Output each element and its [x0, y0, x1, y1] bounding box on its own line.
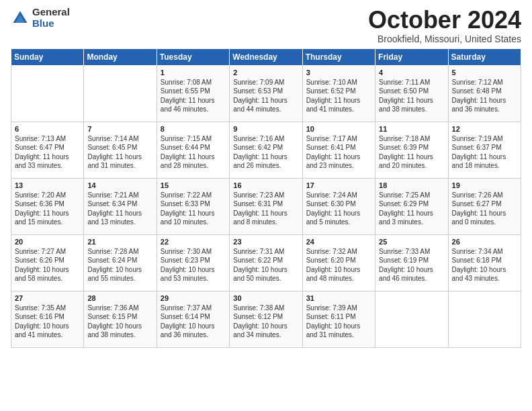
- calendar-page: General Blue October 2024 Brookfield, Mi…: [0, 0, 532, 411]
- calendar-cell: 26Sunrise: 7:34 AMSunset: 6:18 PMDayligh…: [448, 234, 521, 291]
- calendar-cell: 13Sunrise: 7:20 AMSunset: 6:36 PMDayligh…: [11, 178, 84, 234]
- day-info: Sunrise: 7:28 AMSunset: 6:24 PMDaylight:…: [87, 247, 152, 283]
- logo-general: General: [32, 7, 70, 18]
- calendar-week-row: 13Sunrise: 7:20 AMSunset: 6:36 PMDayligh…: [11, 178, 521, 234]
- calendar-cell: 5Sunrise: 7:12 AMSunset: 6:48 PMDaylight…: [448, 65, 521, 122]
- calendar-cell: 29Sunrise: 7:37 AMSunset: 6:14 PMDayligh…: [157, 291, 229, 347]
- calendar-cell: [448, 291, 521, 347]
- header: General Blue October 2024 Brookfield, Mi…: [11, 7, 521, 44]
- day-number: 6: [15, 125, 80, 133]
- calendar-cell: 17Sunrise: 7:24 AMSunset: 6:30 PMDayligh…: [302, 178, 375, 234]
- day-number: 10: [306, 125, 371, 133]
- day-number: 2: [233, 68, 298, 77]
- day-info: Sunrise: 7:38 AMSunset: 6:12 PMDaylight:…: [233, 304, 298, 340]
- day-info: Sunrise: 7:35 AMSunset: 6:16 PMDaylight:…: [15, 304, 80, 340]
- calendar-body: 1Sunrise: 7:08 AMSunset: 6:55 PMDaylight…: [11, 65, 521, 347]
- logo-blue: Blue: [32, 18, 70, 30]
- day-number: 31: [306, 294, 371, 302]
- day-info: Sunrise: 7:37 AMSunset: 6:14 PMDaylight:…: [161, 304, 226, 340]
- day-number: 27: [15, 294, 80, 302]
- day-of-week-header: Wednesday: [230, 48, 302, 65]
- day-number: 4: [379, 68, 444, 77]
- day-number: 5: [452, 68, 517, 77]
- day-info: Sunrise: 7:25 AMSunset: 6:29 PMDaylight:…: [379, 191, 444, 227]
- day-of-week-header: Saturday: [448, 48, 521, 65]
- calendar-week-row: 27Sunrise: 7:35 AMSunset: 6:16 PMDayligh…: [11, 291, 521, 347]
- day-number: 3: [306, 68, 371, 77]
- calendar-cell: 16Sunrise: 7:23 AMSunset: 6:31 PMDayligh…: [230, 178, 302, 234]
- calendar-cell: 31Sunrise: 7:39 AMSunset: 6:11 PMDayligh…: [302, 291, 375, 347]
- day-number: 29: [161, 294, 226, 302]
- day-info: Sunrise: 7:08 AMSunset: 6:55 PMDaylight:…: [161, 78, 226, 114]
- calendar-cell: 6Sunrise: 7:13 AMSunset: 6:47 PMDaylight…: [11, 122, 84, 178]
- day-info: Sunrise: 7:33 AMSunset: 6:19 PMDaylight:…: [379, 247, 444, 283]
- day-info: Sunrise: 7:22 AMSunset: 6:33 PMDaylight:…: [161, 191, 226, 227]
- day-of-week-header: Sunday: [11, 48, 84, 65]
- day-info: Sunrise: 7:12 AMSunset: 6:48 PMDaylight:…: [452, 78, 517, 114]
- calendar-cell: 30Sunrise: 7:38 AMSunset: 6:12 PMDayligh…: [230, 291, 302, 347]
- day-info: Sunrise: 7:24 AMSunset: 6:30 PMDaylight:…: [306, 191, 371, 227]
- day-number: 26: [452, 238, 517, 246]
- day-info: Sunrise: 7:20 AMSunset: 6:36 PMDaylight:…: [15, 191, 80, 227]
- day-info: Sunrise: 7:14 AMSunset: 6:45 PMDaylight:…: [87, 134, 152, 171]
- calendar-cell: 22Sunrise: 7:30 AMSunset: 6:23 PMDayligh…: [157, 234, 229, 291]
- calendar-cell: 12Sunrise: 7:19 AMSunset: 6:37 PMDayligh…: [448, 122, 521, 178]
- calendar-cell: 3Sunrise: 7:10 AMSunset: 6:52 PMDaylight…: [302, 65, 375, 122]
- day-number: 22: [161, 238, 226, 246]
- day-number: 24: [306, 238, 371, 246]
- day-number: 28: [87, 294, 152, 302]
- calendar-cell: 18Sunrise: 7:25 AMSunset: 6:29 PMDayligh…: [375, 178, 448, 234]
- day-info: Sunrise: 7:34 AMSunset: 6:18 PMDaylight:…: [452, 247, 517, 283]
- title-block: October 2024 Brookfield, Missouri, Unite…: [368, 7, 521, 44]
- calendar-cell: 21Sunrise: 7:28 AMSunset: 6:24 PMDayligh…: [84, 234, 157, 291]
- day-of-week-header: Thursday: [302, 48, 375, 65]
- day-info: Sunrise: 7:31 AMSunset: 6:22 PMDaylight:…: [233, 247, 298, 283]
- logo-text: General Blue: [32, 7, 70, 29]
- day-number: 18: [379, 181, 444, 189]
- day-info: Sunrise: 7:16 AMSunset: 6:42 PMDaylight:…: [233, 134, 298, 171]
- day-number: 14: [87, 181, 152, 189]
- calendar-cell: 19Sunrise: 7:26 AMSunset: 6:27 PMDayligh…: [448, 178, 521, 234]
- day-info: Sunrise: 7:10 AMSunset: 6:52 PMDaylight:…: [306, 78, 371, 114]
- day-info: Sunrise: 7:15 AMSunset: 6:44 PMDaylight:…: [161, 134, 226, 171]
- calendar-cell: 15Sunrise: 7:22 AMSunset: 6:33 PMDayligh…: [157, 178, 229, 234]
- day-number: 25: [379, 238, 444, 246]
- calendar-cell: 11Sunrise: 7:18 AMSunset: 6:39 PMDayligh…: [375, 122, 448, 178]
- calendar-cell: 9Sunrise: 7:16 AMSunset: 6:42 PMDaylight…: [230, 122, 302, 178]
- calendar-cell: 10Sunrise: 7:17 AMSunset: 6:41 PMDayligh…: [302, 122, 375, 178]
- calendar-cell: 24Sunrise: 7:32 AMSunset: 6:20 PMDayligh…: [302, 234, 375, 291]
- calendar-cell: 7Sunrise: 7:14 AMSunset: 6:45 PMDaylight…: [84, 122, 157, 178]
- day-info: Sunrise: 7:26 AMSunset: 6:27 PMDaylight:…: [452, 191, 517, 227]
- day-number: 16: [233, 181, 298, 189]
- day-info: Sunrise: 7:09 AMSunset: 6:53 PMDaylight:…: [233, 78, 298, 114]
- calendar-table: SundayMondayTuesdayWednesdayThursdayFrid…: [11, 48, 521, 348]
- day-info: Sunrise: 7:13 AMSunset: 6:47 PMDaylight:…: [15, 134, 80, 171]
- day-number: 30: [233, 294, 298, 302]
- calendar-cell: [84, 65, 157, 122]
- calendar-week-row: 6Sunrise: 7:13 AMSunset: 6:47 PMDaylight…: [11, 122, 521, 178]
- calendar-cell: 25Sunrise: 7:33 AMSunset: 6:19 PMDayligh…: [375, 234, 448, 291]
- day-number: 23: [233, 238, 298, 246]
- day-info: Sunrise: 7:19 AMSunset: 6:37 PMDaylight:…: [452, 134, 517, 171]
- day-number: 17: [306, 181, 371, 189]
- day-info: Sunrise: 7:36 AMSunset: 6:15 PMDaylight:…: [87, 304, 152, 340]
- day-number: 11: [379, 125, 444, 133]
- day-number: 13: [15, 181, 80, 189]
- day-number: 20: [15, 238, 80, 246]
- day-of-week-header: Friday: [375, 48, 448, 65]
- calendar-cell: 28Sunrise: 7:36 AMSunset: 6:15 PMDayligh…: [84, 291, 157, 347]
- day-of-week-header: Monday: [84, 48, 157, 65]
- calendar-subtitle: Brookfield, Missouri, United States: [368, 34, 521, 44]
- day-info: Sunrise: 7:23 AMSunset: 6:31 PMDaylight:…: [233, 191, 298, 227]
- day-number: 15: [161, 181, 226, 189]
- calendar-title: October 2024: [368, 7, 521, 34]
- calendar-cell: 23Sunrise: 7:31 AMSunset: 6:22 PMDayligh…: [230, 234, 302, 291]
- day-number: 1: [161, 68, 226, 77]
- day-number: 21: [87, 238, 152, 246]
- day-info: Sunrise: 7:30 AMSunset: 6:23 PMDaylight:…: [161, 247, 226, 283]
- day-info: Sunrise: 7:27 AMSunset: 6:26 PMDaylight:…: [15, 247, 80, 283]
- calendar-week-row: 1Sunrise: 7:08 AMSunset: 6:55 PMDaylight…: [11, 65, 521, 122]
- day-info: Sunrise: 7:11 AMSunset: 6:50 PMDaylight:…: [379, 78, 444, 114]
- calendar-cell: 8Sunrise: 7:15 AMSunset: 6:44 PMDaylight…: [157, 122, 229, 178]
- day-number: 8: [161, 125, 226, 133]
